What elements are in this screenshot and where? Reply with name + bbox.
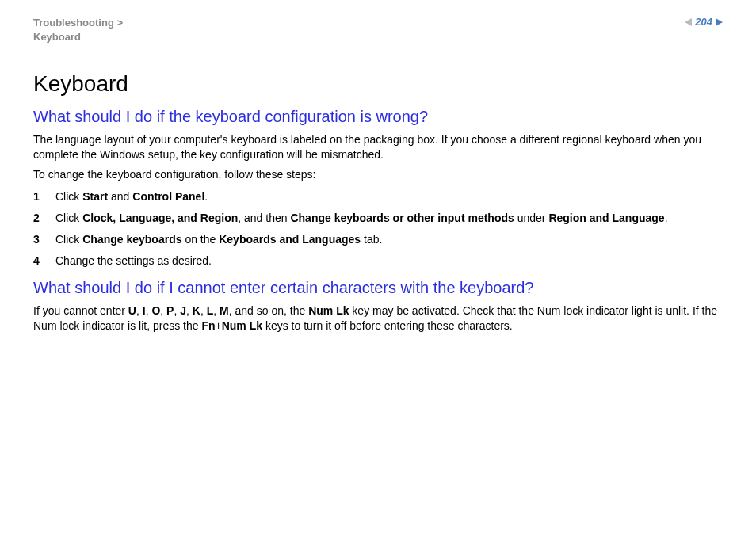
section-heading-config: What should I do if the keyboard configu… (33, 108, 723, 126)
breadcrumb: Troubleshooting Keyboard (33, 16, 123, 44)
section-heading-chars: What should I do if I cannot enter certa… (33, 279, 723, 297)
page-nav: 204 (685, 16, 723, 28)
steps-list: 1 Click Start and Control Panel. 2 Click… (33, 189, 723, 269)
breadcrumb-parent: Troubleshooting (33, 16, 123, 30)
next-page-icon[interactable] (716, 18, 723, 26)
list-item: 4 Change the settings as desired. (33, 253, 723, 269)
step-number: 3 (33, 231, 40, 248)
list-item: 2 Click Clock, Language, and Region, and… (33, 210, 723, 227)
prev-page-icon[interactable] (685, 18, 692, 26)
list-item: 1 Click Start and Control Panel. (33, 189, 723, 205)
step-number: 1 (33, 189, 40, 205)
breadcrumb-current: Keyboard (33, 30, 123, 44)
body-text: The language layout of your computer's k… (33, 132, 723, 162)
body-text: To change the keyboard configuration, fo… (33, 167, 723, 182)
list-item: 3 Click Change keyboards on the Keyboard… (33, 231, 723, 248)
body-text: If you cannot enter U, I, O, P, J, K, L,… (33, 303, 723, 334)
step-number: 2 (33, 210, 40, 227)
page-title: Keyboard (33, 71, 723, 97)
step-number: 4 (33, 253, 40, 269)
page-number: 204 (695, 16, 712, 28)
